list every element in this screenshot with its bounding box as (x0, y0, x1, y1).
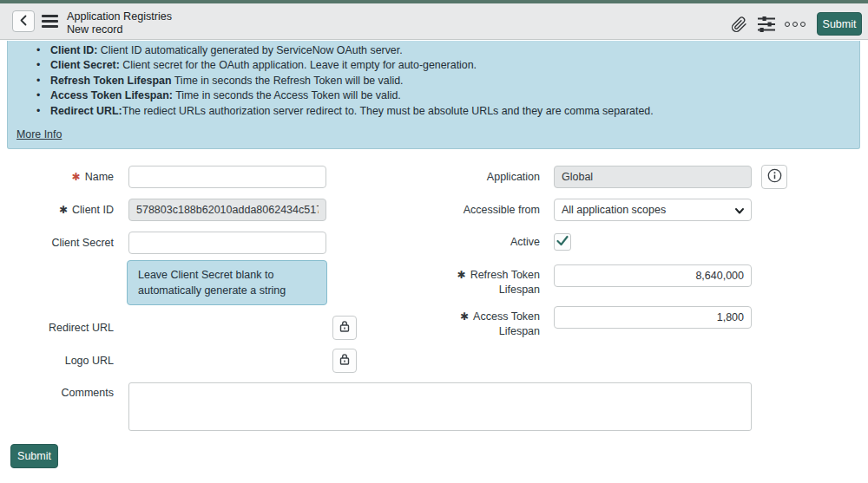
application-input (554, 166, 752, 188)
client-secret-note: Leave Client Secret blank to automatical… (127, 260, 327, 305)
redirect-url-label: Redirect URL (0, 322, 114, 334)
required-icon: ✱ (457, 269, 466, 281)
chevron-left-icon (19, 15, 28, 29)
name-field-row: ✱Name (0, 166, 326, 188)
back-button[interactable] (12, 10, 35, 32)
name-label: ✱Name (0, 171, 114, 183)
client-id-field-row: ✱Client ID (0, 199, 326, 221)
client-secret-input[interactable] (128, 232, 326, 254)
comments-label: Comments (0, 382, 114, 399)
lock-icon (339, 320, 351, 336)
application-label: Application (434, 171, 540, 183)
record-title: Application Registries New record (67, 10, 172, 36)
active-checkbox[interactable] (554, 233, 571, 251)
lock-icon (339, 353, 351, 369)
submit-button-footer[interactable]: Submit (10, 444, 58, 468)
application-info-button[interactable] (761, 165, 787, 189)
logo-url-field-row: Logo URL (0, 349, 114, 373)
info-bullet-list: Client ID: Client ID automatically gener… (8, 43, 859, 119)
page-subtitle: New record (67, 23, 172, 36)
accessible-from-select[interactable]: All application scopes (554, 199, 752, 221)
access-token-lifespan-label: ✱Access Token Lifespan (434, 310, 540, 339)
selected-option: All application scopes (562, 204, 666, 216)
client-secret-label: Client Secret (0, 237, 114, 249)
required-icon: ✱ (460, 310, 469, 323)
personalize-form-icon[interactable] (756, 14, 777, 35)
refresh-token-lifespan-field-row: ✱Refresh Token Lifespan (434, 264, 752, 297)
name-input[interactable] (128, 166, 326, 188)
info-bullet-client-secret: Client Secret: Client secret for the OAu… (50, 58, 842, 73)
page-title: Application Registries (67, 10, 172, 23)
redirect-url-lock-button[interactable] (332, 316, 357, 340)
application-field-row: Application (434, 166, 752, 188)
logo-url-label: Logo URL (0, 355, 114, 367)
active-label: Active (434, 236, 540, 248)
more-options-icon[interactable] (785, 18, 811, 30)
submit-button-header[interactable]: Submit (817, 12, 862, 36)
accessible-from-field-row: Accessible from All application scopes (434, 199, 752, 221)
active-field-row: Active (434, 233, 571, 251)
paperclip-icon[interactable] (728, 14, 749, 35)
checkmark-icon (556, 235, 569, 250)
client-id-label: ✱Client ID (0, 204, 114, 216)
access-token-lifespan-input[interactable] (554, 306, 752, 329)
redirect-url-field-row: Redirect URL (0, 316, 114, 340)
refresh-token-lifespan-input[interactable] (554, 264, 752, 287)
more-info-link[interactable]: More Info (16, 128, 62, 140)
info-bullet-client-id: Client ID: Client ID automatically gener… (50, 43, 842, 58)
logo-url-lock-button[interactable] (332, 349, 357, 373)
form-header: Application Registries New record Submit (0, 3, 868, 40)
field-help-info-box: Client ID: Client ID automatically gener… (7, 41, 860, 149)
refresh-token-lifespan-label: ✱Refresh Token Lifespan (434, 268, 540, 297)
comments-field-row: Comments (0, 382, 752, 431)
client-id-input (128, 199, 326, 221)
accessible-from-label: Accessible from (434, 204, 540, 216)
info-bullet-access-token: Access Token Lifespan: Time in seconds t… (50, 88, 842, 103)
required-icon: ✱ (72, 171, 81, 183)
comments-textarea[interactable] (128, 382, 752, 431)
context-menu-icon[interactable] (42, 15, 58, 29)
chevron-down-icon (734, 206, 745, 219)
info-bullet-redirect-url: Redirect URL:The rediect URLs authorizat… (50, 104, 842, 119)
required-icon: ✱ (59, 204, 68, 216)
access-token-lifespan-field-row: ✱Access Token Lifespan (434, 306, 752, 339)
client-secret-field-row: Client Secret (0, 232, 326, 254)
info-bullet-refresh-token: Refresh Token Lifespan Time in seconds t… (50, 74, 842, 88)
info-icon (767, 168, 782, 186)
